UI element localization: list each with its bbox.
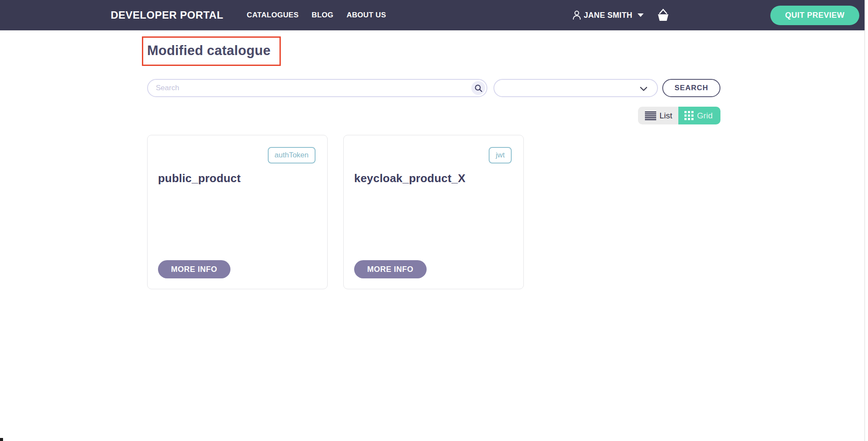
nav-item-blog[interactable]: BLOG (312, 11, 333, 20)
chevron-down-icon (640, 85, 648, 93)
developer-portal-page: DEVELOPER PORTAL CATALOGUES BLOG ABOUT U… (0, 0, 868, 441)
search-icon (474, 84, 483, 92)
page-title-highlight-box: Modified catalogue (142, 36, 281, 66)
search-toolbar: SEARCH (147, 79, 720, 97)
basket-icon (656, 8, 671, 23)
user-menu[interactable]: JANE SMITH (572, 10, 644, 20)
quit-preview-button[interactable]: QUIT PREVIEW (770, 6, 859, 25)
bottom-left-artifact (0, 438, 3, 441)
list-view-label: List (660, 111, 673, 121)
main-nav: CATALOGUES BLOG ABOUT US (247, 11, 386, 20)
product-cards: authToken public_product MORE INFO jwt k… (147, 135, 720, 289)
catalogue-filter-select[interactable] (493, 79, 658, 97)
search-field (147, 79, 487, 97)
card-tag-row: authToken (158, 147, 316, 163)
more-info-button[interactable]: MORE INFO (158, 260, 230, 278)
user-icon (572, 10, 582, 20)
nav-item-catalogues[interactable]: CATALOGUES (247, 11, 299, 20)
product-name: public_product (158, 172, 316, 185)
page-title: Modified catalogue (147, 43, 270, 59)
card-tag-row: jwt (354, 147, 512, 163)
search-icon-button[interactable] (471, 81, 485, 95)
user-name: JANE SMITH (584, 11, 632, 20)
catalogue-main: Modified catalogue (142, 30, 720, 289)
auth-type-tag: authToken (268, 147, 316, 163)
grid-view-icon (684, 111, 694, 120)
grid-view-label: Grid (697, 111, 713, 121)
product-card-public-product: authToken public_product MORE INFO (147, 135, 328, 289)
grid-view-button[interactable]: Grid (678, 107, 720, 124)
caret-down-icon (638, 13, 644, 17)
search-input[interactable] (148, 80, 487, 96)
product-name: keycloak_product_X (354, 172, 512, 185)
list-view-button[interactable]: List (638, 107, 679, 124)
auth-type-tag: jwt (489, 147, 512, 163)
more-info-button[interactable]: MORE INFO (354, 260, 427, 278)
list-view-icon (645, 111, 656, 121)
brand-title: DEVELOPER PORTAL (111, 9, 224, 21)
view-toggle: List Grid (638, 107, 720, 124)
view-toggle-row: List Grid (142, 107, 720, 124)
vertical-scrollbar[interactable] (865, 0, 868, 441)
header-right-section: JANE SMITH QUIT PREVIEW (572, 6, 859, 25)
product-card-keycloak-product-x: jwt keycloak_product_X MORE INFO (343, 135, 524, 289)
nav-item-about-us[interactable]: ABOUT US (346, 11, 386, 20)
search-button[interactable]: SEARCH (662, 79, 720, 97)
basket-button[interactable] (656, 8, 671, 23)
top-navbar: DEVELOPER PORTAL CATALOGUES BLOG ABOUT U… (0, 0, 868, 30)
